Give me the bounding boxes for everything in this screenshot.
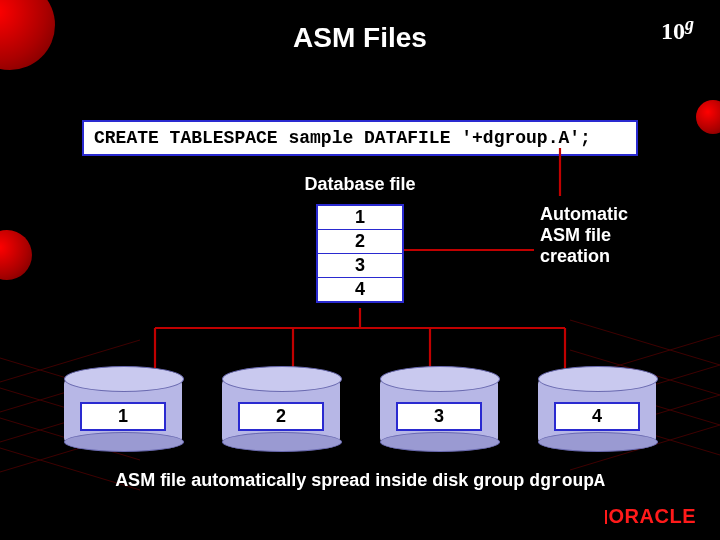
extent-cell: 1 bbox=[318, 206, 402, 230]
disk-label: 1 bbox=[80, 402, 166, 431]
extent-cell: 4 bbox=[318, 278, 402, 301]
database-file-label: Database file bbox=[0, 174, 720, 195]
logo-bar-icon bbox=[605, 510, 607, 524]
disk-group-row: 1 2 3 4 bbox=[0, 370, 720, 452]
asm-disk: 2 bbox=[222, 370, 340, 452]
oracle-logo: ORACLE bbox=[605, 505, 696, 528]
asm-disk: 1 bbox=[64, 370, 182, 452]
oracle-text: ORACLE bbox=[609, 505, 696, 527]
slide: ASM Files 10g CREATE TABLESPACE sample D… bbox=[0, 0, 720, 540]
bottom-caption: ASM file automatically spread inside dis… bbox=[0, 470, 720, 491]
extent-cell: 3 bbox=[318, 254, 402, 278]
caption-text: ASM file automatically spread inside dis… bbox=[115, 470, 529, 490]
automatic-creation-label: Automatic ASM file creation bbox=[540, 204, 628, 268]
text-line: creation bbox=[540, 246, 610, 266]
extent-cell: 2 bbox=[318, 230, 402, 254]
product-logo-10g: 10g bbox=[661, 14, 694, 45]
text-line: ASM file bbox=[540, 225, 611, 245]
logo-suffix: g bbox=[685, 14, 694, 34]
logo-number: 10 bbox=[661, 18, 685, 44]
disk-label: 2 bbox=[238, 402, 324, 431]
text-line: Automatic bbox=[540, 204, 628, 224]
asm-disk: 3 bbox=[380, 370, 498, 452]
slide-title: ASM Files bbox=[0, 22, 720, 54]
disk-label: 4 bbox=[554, 402, 640, 431]
disk-label: 3 bbox=[396, 402, 482, 431]
database-file-extents: 1 2 3 4 bbox=[316, 204, 404, 303]
sql-statement-box: CREATE TABLESPACE sample DATAFILE '+dgro… bbox=[82, 120, 638, 156]
caption-code: dgroupA bbox=[529, 471, 605, 491]
asm-disk: 4 bbox=[538, 370, 656, 452]
